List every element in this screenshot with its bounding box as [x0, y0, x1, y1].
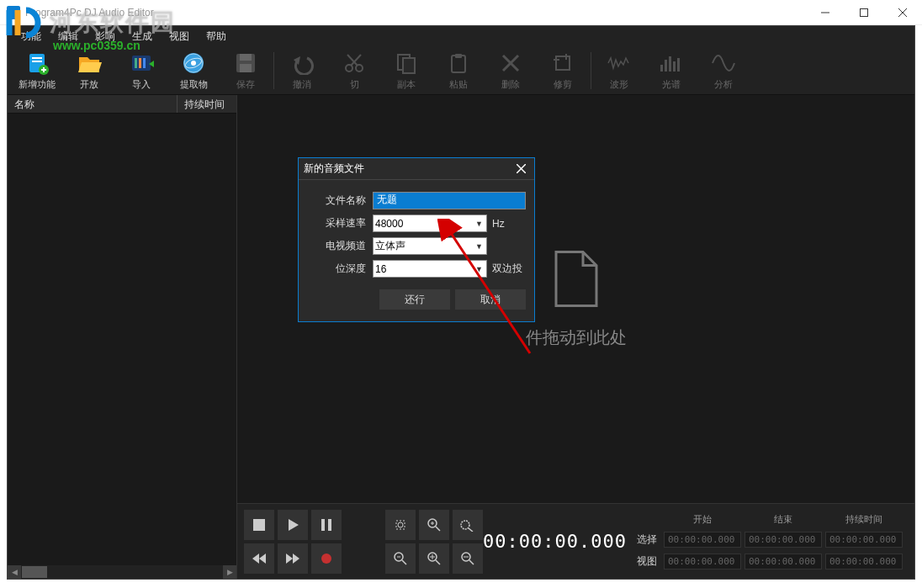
chevron-down-icon: ▼ [475, 242, 485, 251]
sidebar: 名称 持续时间 ◀ ▶ [8, 95, 237, 579]
timecode-display: 00:00:00.000 [483, 531, 627, 552]
scroll-right-icon[interactable]: ▶ [223, 565, 236, 579]
svg-line-66 [469, 560, 474, 564]
svg-rect-20 [240, 54, 252, 61]
paste-icon [447, 50, 470, 77]
open-icon [77, 50, 102, 77]
ok-button[interactable]: 还行 [379, 289, 450, 310]
tt-head-start: 开始 [664, 513, 741, 526]
svg-rect-1 [861, 8, 868, 16]
svg-rect-12 [139, 58, 141, 68]
window-titlebar: Program4Pc DJ Audio Editor [0, 0, 922, 25]
toolbar-open-button[interactable]: 开放 [63, 48, 115, 93]
new-audio-dialog: 新的音频文件 文件名称 无题 采样速率 48000▼ Hz 电视频道 立体声▼ … [298, 157, 535, 322]
svg-marker-45 [252, 554, 259, 564]
svg-point-49 [321, 554, 331, 564]
tt-sel-end[interactable]: 00:00:00.000 [744, 532, 822, 548]
file-icon [553, 250, 600, 307]
trim-icon [551, 50, 575, 77]
minimize-button[interactable] [806, 0, 845, 25]
spectrum-icon [659, 50, 684, 77]
copy-icon [395, 50, 418, 77]
tt-view-start[interactable]: 00:00:00.000 [664, 554, 741, 569]
toolbar-wave-button: 波形 [593, 48, 645, 93]
rewind-button[interactable] [244, 543, 274, 574]
svg-line-62 [436, 560, 440, 564]
record-button[interactable] [311, 543, 342, 574]
svg-rect-44 [328, 519, 331, 531]
zoom-fit-button[interactable] [385, 510, 416, 540]
save-icon [234, 50, 257, 77]
app-icon [7, 6, 20, 19]
analysis-icon [711, 50, 736, 77]
label-filename: 文件名称 [307, 193, 373, 208]
tt-row-select: 选择 [627, 532, 660, 547]
undo-icon [290, 50, 314, 77]
tt-sel-dur[interactable]: 00:00:00.000 [825, 532, 903, 548]
chevron-down-icon: ▼ [475, 265, 485, 273]
label-channels: 电视频道 [307, 239, 373, 253]
extract-icon [181, 50, 206, 77]
menu-function[interactable]: 功能 [13, 28, 50, 45]
svg-line-53 [436, 527, 440, 531]
cut-icon [342, 50, 366, 77]
chevron-down-icon: ▼ [475, 220, 485, 228]
menu-generate[interactable]: 生成 [124, 28, 161, 45]
dialog-close-button[interactable] [512, 161, 529, 177]
forward-button[interactable] [278, 543, 308, 574]
wave-icon [607, 50, 632, 77]
svg-point-51 [398, 522, 403, 527]
tt-head-dur: 持续时间 [825, 513, 903, 526]
toolbar-delete-button: 删除 [485, 48, 537, 93]
zoom-in-v-button[interactable] [419, 543, 449, 574]
zoom-out-button[interactable] [385, 543, 416, 574]
toolbar-import-button[interactable]: 导入 [115, 48, 167, 93]
zoom-selection-button[interactable] [453, 510, 483, 540]
toolbar-new-button[interactable]: 新增功能 [11, 48, 63, 93]
menu-edit[interactable]: 编辑 [50, 28, 87, 45]
svg-rect-43 [321, 519, 325, 531]
svg-rect-33 [556, 56, 570, 70]
window-title: Program4Pc DJ Audio Editor [25, 7, 806, 19]
svg-rect-39 [673, 61, 676, 72]
tt-view-dur[interactable]: 00:00:00.000 [825, 554, 903, 569]
menu-help[interactable]: 帮助 [198, 28, 235, 45]
play-button[interactable] [278, 510, 308, 540]
maximize-button[interactable] [845, 0, 883, 25]
menu-view[interactable]: 视图 [161, 28, 198, 45]
new-icon [24, 50, 50, 77]
pause-button[interactable] [311, 510, 342, 540]
drop-hint: 件拖动到此处 [526, 250, 627, 348]
drop-hint-text: 件拖动到此处 [526, 326, 627, 348]
svg-line-57 [469, 528, 473, 532]
select-samplerate[interactable]: 48000▼ [373, 215, 487, 232]
svg-rect-41 [253, 519, 265, 531]
toolbar-extract-button[interactable]: 提取物 [167, 48, 220, 93]
svg-point-56 [461, 521, 469, 529]
select-channels[interactable]: 立体声▼ [373, 237, 487, 255]
svg-rect-28 [403, 58, 415, 73]
time-range-table: 开始 结束 持续时间 选择 00:00:00.000 00:00:00.000 … [627, 512, 903, 571]
close-button[interactable] [883, 0, 922, 25]
svg-rect-30 [455, 54, 462, 58]
svg-rect-37 [665, 60, 667, 72]
cancel-button[interactable]: 取消 [455, 289, 526, 310]
scroll-left-icon[interactable]: ◀ [8, 565, 21, 579]
sidebar-col-name[interactable]: 名称 [8, 95, 178, 113]
input-filename[interactable]: 无题 [373, 192, 526, 209]
menu-bar: 功能 编辑 影响 生成 视图 帮助 [8, 26, 914, 46]
menu-effect[interactable]: 影响 [87, 28, 124, 45]
sidebar-scrollbar[interactable]: ◀ ▶ [8, 565, 236, 579]
svg-point-17 [191, 61, 196, 66]
toolbar-cut-button: 切 [328, 48, 380, 93]
stop-button[interactable] [244, 510, 274, 540]
zoom-in-button[interactable] [419, 510, 449, 540]
import-icon [129, 50, 154, 77]
sidebar-col-duration[interactable]: 持续时间 [178, 95, 236, 113]
svg-marker-46 [259, 554, 266, 564]
zoom-out-v-button[interactable] [453, 543, 483, 574]
tt-sel-start[interactable]: 00:00:00.000 [664, 532, 741, 548]
select-bitdepth[interactable]: 16▼ [373, 260, 487, 278]
tt-view-end[interactable]: 00:00:00.000 [744, 554, 822, 569]
unit-hz: Hz [487, 218, 526, 230]
